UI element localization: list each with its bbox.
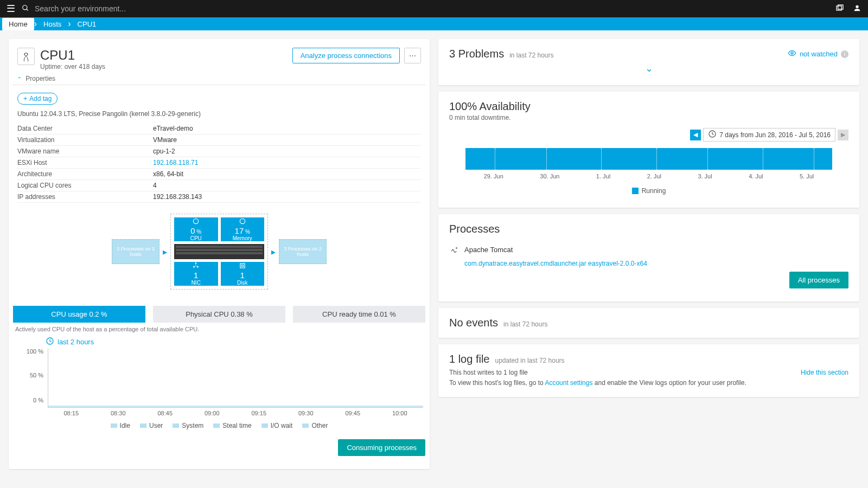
svg-point-6 bbox=[24, 54, 25, 55]
hide-section-link[interactable]: Hide this section bbox=[801, 368, 848, 378]
host-uptime: Uptime: over 418 days bbox=[40, 63, 105, 70]
property-row: Logical CPU cores4 bbox=[17, 180, 421, 191]
log-panel: 1 log file updated in last 72 hours Hide… bbox=[438, 344, 859, 397]
topology-incoming[interactable]: 2 Processes on 3 hosts bbox=[112, 239, 159, 264]
time-next-button[interactable]: ▶ bbox=[838, 130, 848, 140]
account-settings-link[interactable]: Account settings bbox=[545, 379, 592, 387]
chart-legend: IdleUserSystemSteal timeI/O waitOther bbox=[13, 416, 425, 435]
metric-tab[interactable]: CPU ready time 0.01 % bbox=[293, 306, 425, 323]
svg-point-22 bbox=[456, 248, 457, 249]
log-subtitle: updated in last 72 hours bbox=[495, 357, 565, 364]
events-panel: No events in last 72 hours bbox=[438, 308, 859, 338]
log-info-line: This host writes to 1 log file bbox=[449, 368, 848, 378]
problems-subtitle: in last 72 hours bbox=[509, 52, 553, 59]
availability-panel: 100% Availability 0 min total downtime. … bbox=[438, 92, 859, 208]
topology-outgoing[interactable]: 3 Processes on 2 hosts bbox=[279, 239, 327, 264]
problems-title: 3 Problems bbox=[449, 48, 504, 60]
availability-subtitle: 0 min total downtime. bbox=[449, 114, 848, 121]
search-icon[interactable] bbox=[22, 4, 35, 14]
availability-title: 100% Availability bbox=[449, 100, 848, 113]
tab-description: Actively used CPU of the host as a perce… bbox=[13, 323, 425, 336]
topbar: ☰ bbox=[0, 0, 868, 17]
svg-point-5 bbox=[24, 53, 28, 56]
process-details[interactable]: com.dynatrace.easytravel.cmdlauncher.jar… bbox=[449, 260, 848, 267]
problems-panel: 3 Problems in last 72 hours not watched … bbox=[438, 39, 859, 85]
time-range-display[interactable]: 7 days from Jun 28, 2016 - Jul 5, 2016 bbox=[703, 128, 835, 142]
menu-icon[interactable]: ☰ bbox=[7, 3, 22, 15]
topology-memory-tile[interactable]: 17 % Memory bbox=[221, 217, 265, 241]
processes-title: Processes bbox=[449, 223, 848, 235]
process-name[interactable]: Apache Tomcat bbox=[464, 246, 513, 254]
more-button[interactable]: ⋯ bbox=[404, 48, 421, 63]
svg-rect-12 bbox=[197, 266, 199, 267]
property-row: Data CentereTravel-demo bbox=[17, 123, 421, 134]
svg-point-20 bbox=[791, 52, 793, 54]
topology-disk-tile[interactable]: 1 Disk bbox=[221, 262, 265, 286]
arrow-right-icon: ▸ bbox=[159, 247, 170, 257]
time-prev-button[interactable]: ◀ bbox=[690, 130, 701, 140]
consuming-processes-button[interactable]: Consuming processes bbox=[338, 439, 425, 456]
svg-rect-3 bbox=[838, 5, 843, 9]
topology-nic-tile[interactable]: 1 NIC bbox=[174, 262, 218, 286]
events-subtitle: in last 72 hours bbox=[503, 320, 547, 328]
eye-icon bbox=[788, 49, 796, 59]
arrow-right-icon: ▸ bbox=[268, 247, 279, 257]
svg-rect-11 bbox=[194, 266, 195, 267]
windows-icon[interactable] bbox=[835, 4, 844, 14]
search-input[interactable] bbox=[35, 4, 835, 13]
process-icon bbox=[449, 244, 459, 255]
svg-point-18 bbox=[241, 265, 244, 267]
breadcrumb-hosts[interactable]: Hosts bbox=[37, 18, 68, 30]
add-tag-button[interactable]: + Add tag bbox=[17, 93, 58, 105]
metric-tab[interactable]: CPU usage 0.2 % bbox=[13, 306, 145, 323]
host-os-icon bbox=[17, 48, 35, 65]
watch-toggle[interactable]: not watched bbox=[800, 50, 838, 58]
availability-legend: Running bbox=[642, 187, 666, 195]
svg-point-9 bbox=[240, 219, 245, 223]
expand-problems[interactable]: ⌄ bbox=[449, 60, 848, 76]
svg-rect-2 bbox=[837, 6, 841, 10]
host-panel: CPU1 Uptime: over 418 days Analyze proce… bbox=[9, 39, 430, 469]
user-icon[interactable] bbox=[853, 4, 861, 14]
availability-chart bbox=[465, 148, 832, 170]
svg-rect-10 bbox=[195, 262, 196, 264]
events-title: No events bbox=[449, 317, 498, 329]
chevron-up-icon: ⌄ bbox=[17, 76, 22, 82]
property-row: VMware namecpu-1-2 bbox=[17, 146, 421, 157]
svg-point-0 bbox=[23, 5, 27, 9]
svg-point-7 bbox=[27, 54, 28, 55]
topology-diagram: 2 Processes on 3 hosts ▸ 0 % CPU 17 % Me… bbox=[13, 203, 425, 300]
svg-rect-17 bbox=[240, 264, 245, 268]
metric-tab[interactable]: Physical CPU 0.38 % bbox=[153, 306, 285, 323]
breadcrumb: Home › Hosts › CPU1 bbox=[0, 17, 868, 30]
topology-cpu-tile[interactable]: 0 % CPU bbox=[174, 217, 218, 241]
property-row: Architecturex86, 64-bit bbox=[17, 169, 421, 180]
properties-toggle[interactable]: ⌄ Properties bbox=[13, 75, 425, 85]
property-row: ESXi Host192.168.118.71 bbox=[17, 157, 421, 169]
plus-icon: + bbox=[23, 95, 27, 102]
metric-tabs: CPU usage 0.2 %Physical CPU 0.38 %CPU re… bbox=[13, 306, 425, 323]
log-title: 1 log file bbox=[449, 353, 490, 365]
host-title: CPU1 bbox=[40, 48, 105, 63]
breadcrumb-current[interactable]: CPU1 bbox=[71, 18, 103, 30]
info-icon[interactable]: i bbox=[841, 50, 848, 58]
property-row: IP addresses192.168.238.143 bbox=[17, 191, 421, 203]
analyze-button[interactable]: Analyze process connections bbox=[292, 48, 400, 63]
clock-icon bbox=[46, 337, 54, 347]
cpu-usage-chart: 100 % 50 % 0 % 08:1508:3008:4509:0009:15… bbox=[13, 348, 425, 416]
time-range-selector[interactable]: last 2 hours bbox=[58, 338, 94, 346]
properties-table: Data CentereTravel-demoVirtualizationVMw… bbox=[13, 123, 425, 203]
all-processes-button[interactable]: All processes bbox=[789, 272, 848, 288]
svg-point-8 bbox=[194, 219, 199, 223]
breadcrumb-home[interactable]: Home bbox=[2, 18, 34, 30]
svg-point-4 bbox=[856, 5, 858, 8]
processes-panel: Processes Apache Tomcat com.dynatrace.ea… bbox=[438, 214, 859, 301]
clock-icon bbox=[708, 130, 717, 140]
topology-server-icon[interactable] bbox=[174, 244, 264, 259]
svg-line-1 bbox=[27, 9, 28, 10]
os-description: Ubuntu 12.04.3 LTS, Precise Pangolin (ke… bbox=[13, 110, 425, 123]
property-row: VirtualizationVMware bbox=[17, 134, 421, 146]
